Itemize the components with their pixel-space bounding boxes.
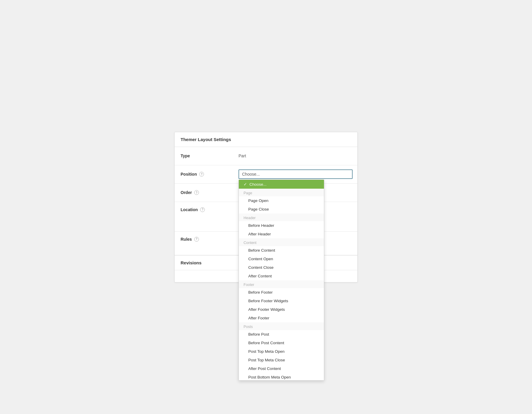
dropdown-item-content-open[interactable]: Content Open	[239, 255, 324, 263]
dropdown-item-content-close[interactable]: Content Close	[239, 263, 324, 272]
dropdown-item-after-content[interactable]: After Content	[239, 272, 324, 280]
rules-help-icon[interactable]: ?	[194, 237, 199, 242]
dropdown-item-page-close[interactable]: Page Close	[239, 205, 324, 214]
location-label: Location ?	[175, 202, 234, 216]
dropdown-group-page: Page	[239, 189, 324, 196]
dropdown-item-after-footer[interactable]: After Footer	[239, 314, 324, 322]
dropdown-item-post-bottom-meta-open[interactable]: Post Bottom Meta Open	[239, 373, 324, 381]
order-label: Order ?	[175, 186, 234, 199]
dropdown-item-choose[interactable]: ✓ Choose...	[239, 180, 324, 189]
order-help-icon[interactable]: ?	[194, 190, 199, 195]
position-dropdown-wrapper: Choose... ✓ Choose... Page Page Open Pag…	[234, 165, 357, 183]
dropdown-group-header: Header	[239, 214, 324, 221]
check-icon: ✓	[244, 182, 247, 187]
dropdown-item-after-footer-widgets[interactable]: After Footer Widgets	[239, 305, 324, 314]
dropdown-item-post-top-meta-close[interactable]: Post Top Meta Close	[239, 356, 324, 364]
dropdown-group-posts: Posts	[239, 322, 324, 330]
dropdown-group-content: Content	[239, 238, 324, 246]
type-label: Type	[175, 149, 234, 162]
type-value: Part	[234, 149, 357, 162]
position-dropdown-trigger[interactable]: Choose...	[239, 169, 353, 179]
themer-layout-settings-panel: Themer Layout Settings Type Part Positio…	[174, 132, 358, 282]
dropdown-item-page-open[interactable]: Page Open	[239, 196, 324, 205]
rules-label: Rules ?	[175, 232, 234, 246]
type-row: Type Part	[175, 147, 357, 165]
dropdown-item-before-post[interactable]: Before Post	[239, 330, 324, 339]
dropdown-item-before-footer[interactable]: Before Footer	[239, 288, 324, 297]
position-row: Position ? Choose... ✓ Choose... Page	[175, 165, 357, 184]
dropdown-item-after-post-content[interactable]: After Post Content	[239, 364, 324, 373]
dropdown-item-before-footer-widgets[interactable]: Before Footer Widgets	[239, 297, 324, 305]
dropdown-item-before-header[interactable]: Before Header	[239, 221, 324, 230]
location-help-icon[interactable]: ?	[200, 207, 205, 212]
dropdown-item-before-content[interactable]: Before Content	[239, 246, 324, 255]
position-dropdown: Choose... ✓ Choose... Page Page Open Pag…	[239, 169, 353, 179]
dropdown-item-after-header[interactable]: After Header	[239, 230, 324, 238]
dropdown-item-before-post-content[interactable]: Before Post Content	[239, 339, 324, 347]
position-label: Position ?	[175, 168, 234, 181]
position-dropdown-menu: ✓ Choose... Page Page Open Page Close He…	[239, 179, 324, 381]
dropdown-group-footer: Footer	[239, 280, 324, 288]
panel-title: Themer Layout Settings	[175, 132, 357, 147]
position-help-icon[interactable]: ?	[199, 172, 204, 177]
dropdown-item-post-top-meta-open[interactable]: Post Top Meta Open	[239, 347, 324, 356]
